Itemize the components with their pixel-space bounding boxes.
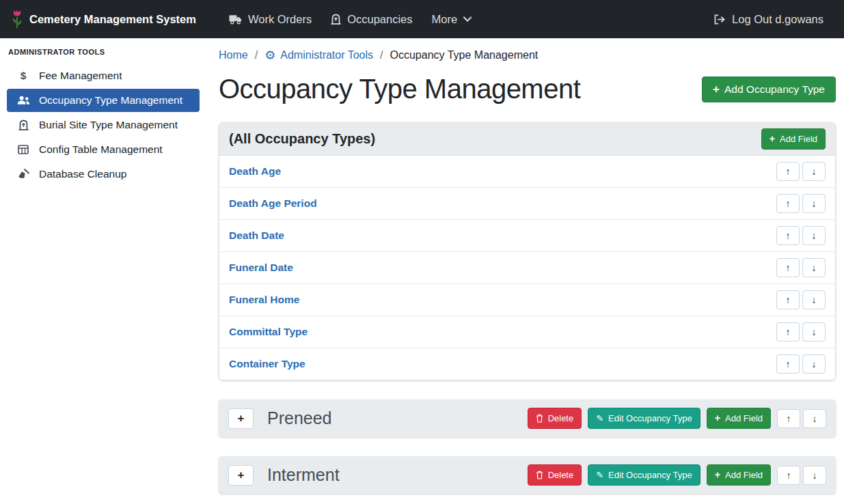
move-down-button[interactable]: ↓: [802, 290, 826, 309]
field-link[interactable]: Death Age Period: [229, 197, 317, 210]
logout-icon: [713, 14, 726, 25]
move-down-button[interactable]: ↓: [802, 194, 826, 213]
reorder-controls: ↑ ↓: [776, 258, 826, 277]
plus-icon: +: [713, 83, 720, 95]
all-occupancy-types-card: (All Occupancy Types) + Add Field Death …: [219, 122, 836, 380]
field-link[interactable]: Funeral Date: [229, 262, 293, 274]
delete-button[interactable]: Delete: [528, 408, 582, 429]
pencil-icon: ✎: [596, 471, 603, 479]
reorder-controls: ↑ ↓: [776, 226, 826, 245]
sidebar-item-occupancy-type-management[interactable]: Occupancy Type Management: [7, 89, 200, 112]
move-up-button[interactable]: ↑: [776, 354, 800, 374]
move-down-button[interactable]: ↓: [803, 466, 826, 485]
sidebar-item-config-table-management[interactable]: Config Table Management: [7, 138, 200, 161]
logout-label: Log Out d.gowans: [732, 13, 823, 26]
reorder-controls: ↑ ↓: [777, 409, 826, 428]
move-down-button[interactable]: ↓: [803, 409, 826, 428]
field-link[interactable]: Death Age: [229, 165, 281, 178]
sidebar-item-label: Burial Site Type Management: [39, 119, 178, 131]
section-title: Interment: [267, 465, 340, 485]
breadcrumb-home[interactable]: Home: [219, 49, 248, 61]
card-title: (All Occupancy Types): [229, 131, 375, 147]
move-up-button[interactable]: ↑: [776, 226, 800, 245]
breadcrumb-administrator-tools[interactable]: ⚙ Administrator Tools: [264, 49, 373, 61]
breadcrumb-separator: /: [373, 49, 390, 61]
section-actions: Delete ✎ Edit Occupancy Type + Add Field…: [528, 408, 826, 429]
move-down-button[interactable]: ↓: [802, 322, 826, 341]
move-up-button[interactable]: ↑: [777, 409, 800, 428]
expand-button[interactable]: +: [228, 408, 254, 429]
sidebar-item-database-cleanup[interactable]: Database Cleanup: [7, 163, 200, 186]
field-row: Funeral Home ↑ ↓: [219, 283, 835, 316]
reorder-controls: ↑ ↓: [776, 194, 826, 213]
breadcrumb: Home / ⚙ Administrator Tools / Occupancy…: [219, 49, 836, 61]
logout-button[interactable]: Log Out d.gowans: [704, 8, 833, 31]
add-occupancy-type-button[interactable]: + Add Occupancy Type: [702, 76, 836, 102]
breadcrumb-current: Occupancy Type Management: [390, 49, 539, 61]
field-row: Funeral Date ↑ ↓: [219, 251, 835, 283]
move-up-button[interactable]: ↑: [776, 258, 800, 277]
delete-button[interactable]: Delete: [528, 464, 582, 486]
reorder-controls: ↑ ↓: [777, 466, 826, 485]
tombstone-icon: [16, 120, 30, 130]
sidebar-item-burial-site-type-management[interactable]: Burial Site Type Management: [7, 113, 200, 137]
trash-icon: [536, 471, 543, 479]
broom-icon: [16, 169, 30, 180]
button-label: Edit Occupancy Type: [608, 413, 692, 423]
tombstone-icon: [331, 14, 341, 25]
nav-occupancies[interactable]: Occupancies: [321, 8, 422, 31]
users-icon: [16, 96, 30, 105]
edit-occupancy-type-button[interactable]: ✎ Edit Occupancy Type: [588, 464, 700, 486]
move-up-button[interactable]: ↑: [777, 466, 800, 485]
add-field-button[interactable]: + Add Field: [707, 464, 771, 486]
reorder-controls: ↑ ↓: [776, 322, 826, 341]
field-link[interactable]: Death Date: [229, 229, 284, 242]
move-down-button[interactable]: ↓: [802, 354, 826, 374]
main-nav: Work Orders Occupancies More: [219, 8, 481, 31]
breadcrumb-separator: /: [248, 49, 264, 61]
nav-work-orders[interactable]: Work Orders: [219, 8, 321, 31]
add-field-button[interactable]: + Add Field: [761, 128, 826, 150]
nav-label: Occupancies: [347, 13, 412, 26]
expand-button[interactable]: +: [228, 465, 254, 486]
nav-label: Work Orders: [248, 13, 312, 26]
button-label: Add Field: [725, 470, 763, 480]
plus-icon: +: [715, 470, 720, 479]
section-title: Preneed: [267, 408, 332, 428]
breadcrumb-label: Home: [219, 49, 248, 61]
field-link[interactable]: Funeral Home: [229, 294, 299, 306]
app-brand[interactable]: Cemetery Management System: [11, 10, 196, 29]
nav-more[interactable]: More: [422, 8, 482, 31]
table-icon: [16, 145, 30, 154]
add-field-button[interactable]: + Add Field: [707, 408, 771, 429]
reorder-controls: ↑ ↓: [776, 162, 826, 181]
move-up-button[interactable]: ↑: [776, 162, 800, 181]
sidebar-item-label: Database Cleanup: [39, 168, 126, 180]
move-up-button[interactable]: ↑: [776, 290, 800, 309]
trash-icon: [536, 414, 543, 423]
move-down-button[interactable]: ↓: [802, 226, 826, 245]
pencil-icon: ✎: [596, 414, 603, 423]
button-label: Add Field: [725, 413, 763, 423]
card-header: (All Occupancy Types) + Add Field: [219, 123, 835, 156]
field-link[interactable]: Container Type: [229, 358, 305, 370]
field-row: Death Date ↑ ↓: [219, 219, 835, 251]
occupancy-type-section-preneed: + Preneed Delete ✎ Edit Occupancy Type: [219, 400, 836, 437]
main-content: Home / ⚙ Administrator Tools / Occupancy…: [205, 38, 844, 504]
edit-occupancy-type-button[interactable]: ✎ Edit Occupancy Type: [588, 408, 700, 429]
section-actions: Delete ✎ Edit Occupancy Type + Add Field…: [528, 464, 826, 486]
plus-icon: +: [715, 413, 720, 423]
field-row: Container Type ↑ ↓: [219, 348, 835, 380]
truck-icon: [229, 14, 242, 25]
field-row: Death Age Period ↑ ↓: [219, 187, 835, 219]
move-down-button[interactable]: ↓: [802, 258, 826, 277]
admin-tools-sidebar: Administrator Tools $ Fee Management Occ…: [0, 38, 205, 504]
page-title: Occupancy Type Management: [219, 74, 580, 104]
button-label: Delete: [548, 470, 574, 480]
move-up-button[interactable]: ↑: [776, 322, 800, 341]
move-up-button[interactable]: ↑: [776, 194, 800, 213]
sidebar-item-fee-management[interactable]: $ Fee Management: [7, 64, 200, 87]
field-link[interactable]: Committal Type: [229, 326, 308, 338]
field-row: Committal Type ↑ ↓: [219, 316, 835, 348]
move-down-button[interactable]: ↓: [802, 162, 826, 181]
